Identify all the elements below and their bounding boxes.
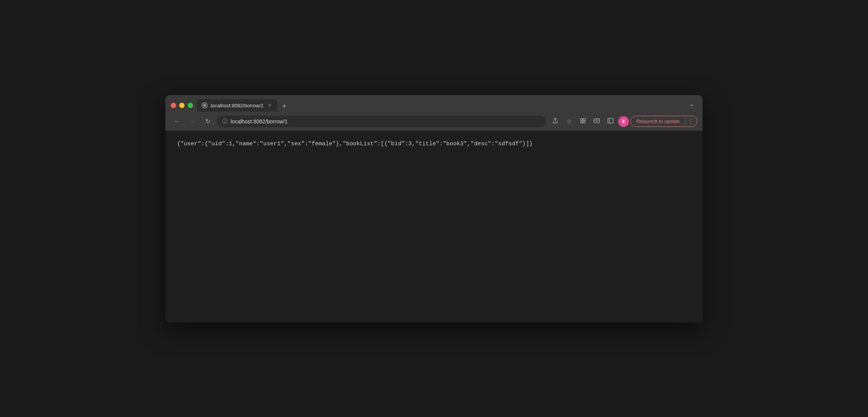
chevron-down-icon: ⌄ (689, 101, 694, 107)
forward-icon: → (189, 118, 195, 125)
share-button[interactable] (549, 115, 561, 128)
profile-avatar[interactable]: E (618, 116, 629, 127)
svg-rect-1 (583, 118, 585, 120)
nav-bar: ← → ↻ ⓘ localhost:8082/borrow/1 ☆ (165, 112, 703, 131)
media-button[interactable] (591, 115, 603, 128)
reload-icon: ↻ (205, 118, 210, 125)
window-controls (171, 103, 193, 108)
info-icon: ⓘ (222, 118, 228, 125)
address-bar[interactable]: ⓘ localhost:8082/borrow/1 (217, 116, 546, 127)
bookmark-button[interactable]: ☆ (563, 115, 575, 128)
tab-close-button[interactable]: × (267, 102, 273, 108)
json-response: {"user":{"uid":1,"name":"user1","sex":"f… (177, 140, 691, 149)
share-icon (552, 118, 558, 125)
relaunch-group: Relaunch to update ⋮ (630, 116, 697, 127)
tab-title: localhost:8082/borrow/1 (211, 103, 264, 108)
more-icon: ⋮ (688, 118, 694, 125)
svg-rect-7 (608, 118, 613, 123)
sidebar-button[interactable] (604, 115, 617, 128)
address-text: localhost:8082/borrow/1 (231, 118, 541, 125)
tab-favicon (201, 102, 208, 108)
svg-rect-2 (581, 121, 583, 123)
maximize-button[interactable] (188, 103, 193, 108)
extensions-icon (580, 118, 586, 125)
forward-button[interactable]: → (186, 115, 198, 128)
svg-rect-0 (581, 118, 583, 120)
relaunch-more-button[interactable]: ⋮ (685, 117, 696, 126)
media-icon (594, 118, 600, 125)
tabs-right: ⌄ (686, 99, 697, 112)
back-icon: ← (174, 118, 180, 125)
relaunch-button[interactable]: Relaunch to update (632, 117, 684, 125)
minimize-button[interactable] (179, 103, 185, 108)
reload-button[interactable]: ↻ (201, 115, 214, 128)
page-content: {"user":{"uid":1,"name":"user1","sex":"f… (165, 131, 703, 322)
tabs-area: localhost:8082/borrow/1 × + (197, 99, 682, 112)
browser-window: localhost:8082/borrow/1 × + ⌄ ← → ↻ ⓘ lo… (165, 95, 703, 322)
tabs-menu-button[interactable]: ⌄ (686, 99, 697, 109)
active-tab[interactable]: localhost:8082/borrow/1 × (197, 99, 277, 112)
toolbar-icons: ☆ (549, 115, 697, 128)
svg-rect-3 (583, 121, 585, 123)
title-bar: localhost:8082/borrow/1 × + ⌄ (165, 95, 703, 112)
bookmark-icon: ☆ (566, 118, 572, 125)
back-button[interactable]: ← (171, 115, 183, 128)
close-button[interactable] (171, 103, 176, 108)
extensions-button[interactable] (577, 115, 589, 128)
sidebar-icon (607, 118, 614, 125)
new-tab-button[interactable]: + (279, 101, 290, 112)
